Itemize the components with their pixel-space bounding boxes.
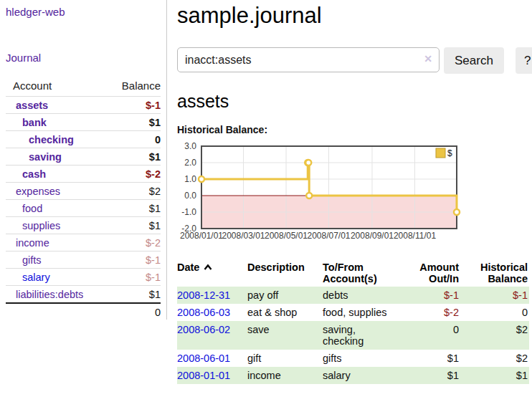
register-description-cell: gift — [247, 350, 323, 367]
account-cell: bank — [6, 114, 109, 131]
account-balance: $-1 — [109, 269, 161, 286]
register-col-description: Description — [247, 260, 323, 287]
register-table: Date Description To/From Account(s) Amou… — [177, 260, 529, 384]
register-row: 2008-06-03eat & shopfood, supplies$-20 — [177, 304, 529, 321]
account-row: income$-2 — [6, 234, 161, 251]
account-balance: $1 — [109, 217, 161, 234]
account-balance: $-2 — [109, 166, 161, 183]
account-link-bank[interactable]: bank — [22, 117, 47, 128]
account-row: cash$-2 — [6, 166, 161, 183]
register-date-cell: 2008-06-02 — [177, 321, 247, 350]
register-header-row: Date Description To/From Account(s) Amou… — [177, 260, 529, 287]
chart-wrap: $3.02.01.00.0-1.0-2.02008/01/012008/03/0… — [177, 140, 532, 244]
register-date-cell: 2008-06-01 — [177, 350, 247, 367]
search-input[interactable] — [177, 47, 440, 72]
svg-text:2008/03/01: 2008/03/01 — [222, 231, 265, 241]
accounts-total-balance: 0 — [109, 303, 161, 321]
account-link-supplies[interactable]: supplies — [22, 220, 60, 231]
register-col-date-label: Date — [177, 262, 199, 273]
register-accounts-cell: gifts — [323, 350, 400, 367]
account-balance: $-2 — [109, 234, 161, 251]
accounts-table-body: assets$-1bank$1checking0saving$1cash$-2e… — [6, 97, 161, 304]
register-date-cell: 2008-06-03 — [177, 304, 247, 321]
account-link-assets[interactable]: assets — [16, 100, 48, 111]
account-link-saving[interactable]: saving — [29, 151, 62, 163]
account-row: supplies$1 — [6, 217, 161, 234]
register-date-cell: 2008-12-31 — [177, 287, 247, 304]
sidebar: hledger-web Journal Account Balance asse… — [0, 0, 167, 320]
search-button[interactable]: Search — [444, 47, 504, 74]
svg-text:2008/05/01: 2008/05/01 — [265, 231, 308, 241]
accounts-header-row: Account Balance — [6, 78, 161, 97]
account-row: expenses$2 — [6, 183, 161, 200]
transaction-date-link[interactable]: 2008-12-31 — [177, 289, 230, 301]
register-amount-cell: $1 — [400, 367, 459, 384]
transaction-date-link[interactable]: 2008-06-01 — [177, 353, 230, 364]
svg-text:2008/07/01: 2008/07/01 — [307, 231, 350, 241]
account-cell: income — [6, 234, 109, 251]
register-accounts-cell: debts — [323, 287, 400, 304]
search-form: ✕ Search ? — [177, 47, 532, 74]
register-row: 2008-06-02savesaving, checking0$2 — [177, 321, 529, 350]
account-link-gifts[interactable]: gifts — [22, 254, 42, 266]
register-balance-cell: 0 — [459, 304, 529, 321]
account-cell: supplies — [6, 217, 109, 234]
account-balance: $1 — [109, 200, 161, 217]
historical-balance-chart: $3.02.01.00.0-1.0-2.02008/01/012008/03/0… — [177, 140, 464, 241]
account-row: liabilities:debts$1 — [6, 286, 161, 304]
app-layout: hledger-web Journal Account Balance asse… — [0, 0, 532, 384]
help-button[interactable]: ? — [516, 47, 532, 74]
account-link-cash[interactable]: cash — [22, 168, 46, 180]
app-brand-link[interactable]: hledger-web — [6, 6, 65, 18]
register-amount-cell: 0 — [400, 321, 459, 350]
account-link-income[interactable]: income — [16, 237, 49, 249]
account-cell: checking — [6, 131, 109, 148]
account-link-expenses[interactable]: expenses — [16, 186, 60, 197]
svg-text:3.0: 3.0 — [184, 141, 196, 151]
register-amount-cell: $-1 — [400, 287, 459, 304]
register-description-cell: pay off — [247, 287, 323, 304]
account-heading: assets — [177, 91, 532, 112]
account-cell: expenses — [6, 183, 109, 200]
sidebar-item-journal[interactable]: Journal — [6, 52, 41, 64]
account-cell: food — [6, 200, 109, 217]
account-row: food$1 — [6, 200, 161, 217]
accounts-header-balance: Balance — [109, 78, 161, 97]
search-box: ✕ — [177, 47, 440, 72]
clear-search-icon[interactable]: ✕ — [424, 54, 432, 64]
register-col-accounts: To/From Account(s) — [323, 260, 400, 287]
account-cell: liabilities:debts — [6, 286, 109, 304]
register-row: 2008-12-31pay offdebts$-1$-1 — [177, 287, 529, 304]
register-description-cell: eat & shop — [247, 304, 323, 321]
account-balance: $1 — [109, 114, 161, 131]
register-row: 2008-01-01incomesalary$1$1 — [177, 367, 529, 384]
account-row: assets$-1 — [6, 97, 161, 114]
account-link-checking[interactable]: checking — [29, 134, 74, 145]
page-title: sample.journal — [177, 2, 532, 29]
account-link-salary[interactable]: salary — [22, 272, 50, 283]
account-link-liabilities:debts[interactable]: liabilities:debts — [16, 289, 83, 300]
account-row: salary$-1 — [6, 269, 161, 286]
account-row: bank$1 — [6, 114, 161, 131]
account-balance: $-1 — [109, 251, 161, 269]
chevron-up-icon — [204, 264, 212, 271]
register-accounts-cell: salary — [323, 367, 400, 384]
transaction-date-link[interactable]: 2008-06-03 — [177, 307, 230, 318]
svg-text:-1.0: -1.0 — [181, 207, 196, 217]
register-accounts-cell: food, supplies — [323, 304, 400, 321]
register-col-date[interactable]: Date — [177, 260, 247, 287]
account-balance: $2 — [109, 183, 161, 200]
accounts-total-row: 0 — [6, 303, 161, 321]
accounts-table: Account Balance assets$-1bank$1checking0… — [6, 78, 161, 321]
account-balance: $-1 — [109, 97, 161, 114]
transaction-date-link[interactable]: 2008-06-02 — [177, 324, 230, 335]
register-balance-cell: $1 — [459, 367, 529, 384]
accounts-header-account: Account — [6, 78, 109, 97]
transaction-date-link[interactable]: 2008-01-01 — [177, 370, 230, 381]
account-row: checking0 — [6, 131, 161, 148]
account-cell: salary — [6, 269, 109, 286]
account-cell: cash — [6, 166, 109, 183]
register-col-balance: Historical Balance — [459, 260, 529, 287]
account-link-food[interactable]: food — [22, 203, 42, 214]
svg-text:1.0: 1.0 — [184, 174, 196, 184]
